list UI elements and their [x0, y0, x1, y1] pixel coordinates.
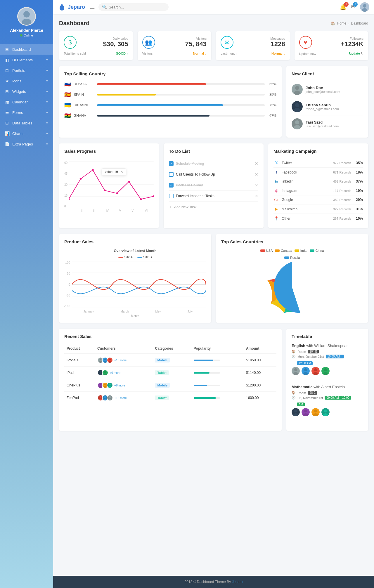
sidebar-item-calendar[interactable]: ▦ Calendar ▼ [0, 97, 53, 107]
todo-checkbox[interactable] [169, 172, 174, 177]
col-product: Product [64, 344, 95, 354]
popularity-bar [194, 397, 220, 399]
forms-icon: ☰ [5, 110, 9, 115]
avatar [302, 408, 310, 416]
todo-delete-icon[interactable]: ✕ [255, 183, 258, 188]
sidebar-item-icons[interactable]: ★ Icons ▼ [0, 76, 53, 86]
room-icon: 🏠 [292, 350, 296, 353]
sales-chart: 60 45 30 15 0 [64, 158, 154, 212]
chevron-icon: ▼ [46, 143, 49, 146]
sidebar-item-data-tables[interactable]: ⊞ Data Tables ▼ [0, 118, 53, 128]
sidebar-item-label: Forms [12, 110, 23, 115]
avatar [311, 367, 320, 375]
todo-delete-icon[interactable]: ✕ [255, 161, 258, 166]
user-avatar[interactable] [360, 2, 369, 12]
page-header: Dashboard 🏠 Home › Dashboard [59, 20, 368, 27]
todo-checkbox[interactable]: ✓ [169, 183, 174, 188]
sidebar-nav: ⊞ Dashboard ◧ Ui Elements ▼ ⊡ Portlets ▼ [0, 42, 53, 588]
todo-delete-icon[interactable]: ✕ [255, 194, 258, 198]
list-item: 🇬🇭 GHANA 67% [64, 112, 276, 119]
refresh-icon: ↻ [361, 52, 363, 55]
footer-text: 2018 © Dashboard Theme By [185, 580, 231, 584]
svg-point-10 [295, 103, 299, 107]
notifications-button[interactable]: 🔔 6 [340, 4, 346, 10]
campaign-name: Other [282, 216, 331, 221]
arrow-down-icon: ↓ [205, 52, 207, 55]
category-cell: Tablet [153, 367, 191, 379]
popularity-bar [194, 372, 220, 374]
sidebar-item-ui-elements[interactable]: ◧ Ui Elements ▼ [0, 55, 53, 65]
col-categories: Categories [153, 344, 191, 354]
col-popularity: Popularity [191, 344, 244, 354]
campaign-pct: 19% [356, 189, 363, 193]
customers-more: +12 more [114, 396, 127, 400]
messages-icon: ✉ [221, 36, 233, 49]
customers-more: +6 more [110, 371, 120, 374]
sales-todo-row: Sales Progress 60 45 30 15 0 [59, 143, 368, 228]
sidebar-item-portlets[interactable]: ⊡ Portlets ▼ [0, 65, 53, 76]
svg-point-13 [295, 120, 299, 124]
widgets-icon: ⊞ [5, 89, 9, 94]
avatar [321, 408, 330, 416]
customers-cell: +6 more [95, 367, 153, 379]
todo-delete-icon[interactable]: ✕ [255, 172, 258, 177]
new-client-card: New Client John Doe john_doe@testmail.co… [286, 66, 368, 138]
sidebar-item-label: Icons [12, 79, 21, 83]
client-name: Tasi Szzd [306, 120, 339, 124]
footer-brand-link[interactable]: Jeparo [232, 580, 243, 584]
tt-subject: English with William Shakespear [292, 344, 363, 348]
popularity-bar [194, 360, 220, 361]
svg-point-35 [99, 361, 102, 363]
sidebar-item-widgets[interactable]: ⊞ Widgets ▼ [0, 86, 53, 97]
sales-icon: $ [64, 36, 77, 49]
svg-point-82 [304, 410, 307, 412]
legend-dot-icon [275, 249, 280, 252]
avatar [302, 367, 310, 375]
stat-card-followers: ♥ Followers +1234K Update now Update ↻ [295, 31, 368, 60]
avatar [17, 7, 36, 26]
time-badge: 10:00 AM – [326, 355, 344, 358]
progress-bar [97, 94, 156, 96]
amount: $1050.00 [244, 354, 276, 367]
avatar [311, 408, 320, 416]
todo-checkbox[interactable] [169, 194, 174, 198]
campaign-name: Google [282, 198, 331, 202]
stat-footer-label: Visitors [142, 52, 153, 55]
progress-bar-wrap [97, 104, 265, 106]
facebook-icon: f [273, 170, 279, 174]
search-icon: 🔍 [102, 5, 107, 9]
mailchimp-icon: ▶ [273, 207, 279, 211]
svg-point-56 [108, 386, 111, 388]
chevron-icon: ▼ [46, 100, 49, 104]
svg-point-79 [294, 410, 297, 412]
todo-checkbox[interactable]: ✓ [169, 161, 174, 166]
add-task-button[interactable]: ＋ Add New Task [169, 202, 258, 212]
category-cell: Mobile [153, 379, 191, 392]
messages-button[interactable]: ✉ 3 [351, 4, 355, 10]
card-title: Sales Progress [64, 149, 154, 154]
add-task-label: Add New Task [174, 205, 196, 209]
sidebar-username: Alexander Pierce [10, 28, 43, 33]
search-input[interactable] [109, 5, 165, 9]
chevron-icon: ▼ [46, 122, 49, 125]
svg-point-44 [99, 373, 102, 376]
sidebar-item-forms[interactable]: ☰ Forms ▼ [0, 107, 53, 118]
sidebar-item-dashboard[interactable]: ⊞ Dashboard [0, 44, 53, 55]
pie-legend: USA Canada Indai China [221, 249, 363, 252]
sidebar-item-extra-pages[interactable]: 📄 Extra Pages ▼ [0, 139, 53, 149]
list-item: John Doe john_doe@testmail.com [292, 81, 363, 98]
table-row: iPad +6 more Tablet [64, 367, 276, 379]
card-title: Top Selling Country [64, 71, 276, 76]
hamburger-icon[interactable]: ☰ [90, 4, 95, 11]
legend-dot-icon [260, 249, 265, 252]
stat-label: Followers [316, 37, 364, 40]
amount: 1600.00 [244, 392, 276, 404]
popularity-cell [191, 392, 244, 404]
list-item: 🇺🇦 UKRAINE 75% [64, 102, 276, 108]
svg-point-23 [104, 190, 106, 191]
svg-point-43 [100, 371, 102, 373]
breadcrumb-current: Dashboard [351, 21, 368, 25]
sidebar-item-charts[interactable]: 📊 Charts ▼ [0, 128, 53, 139]
card-title: To Do List [169, 149, 258, 154]
page-content: Dashboard 🏠 Home › Dashboard $ Daily sal… [53, 14, 374, 576]
